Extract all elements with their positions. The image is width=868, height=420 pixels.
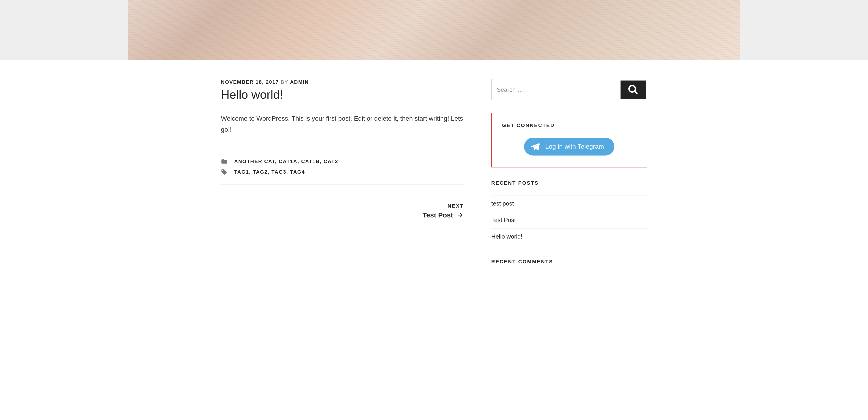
telegram-button-label: Log in with Telegram [545, 143, 604, 150]
telegram-login-button[interactable]: Log in with Telegram [524, 138, 614, 156]
post-meta: NOVEMBER 18, 2017 BY ADMIN [221, 79, 464, 85]
tag-link[interactable]: TAG3 [272, 169, 286, 175]
list-item: Hello world! [491, 228, 647, 245]
recent-comments-title: RECENT COMMENTS [491, 259, 647, 265]
tag-link[interactable]: TAG4 [290, 169, 305, 175]
svg-line-1 [634, 91, 637, 94]
post-footer: ANOTHER CAT, CAT1A, CAT1B, CAT2 TAG1, TA… [221, 149, 464, 185]
main-content: NOVEMBER 18, 2017 BY ADMIN Hello world! … [221, 79, 464, 278]
recent-posts-title: RECENT POSTS [491, 180, 647, 186]
header-image [128, 0, 740, 60]
telegram-icon [530, 142, 540, 151]
tag-link[interactable]: TAG1 [234, 169, 249, 175]
list-item: Test Post [491, 212, 647, 228]
recent-post-link[interactable]: test post [491, 200, 514, 207]
arrow-right-icon [457, 212, 464, 219]
recent-comments-widget: RECENT COMMENTS [491, 259, 647, 265]
tag-link[interactable]: TAG2 [253, 169, 268, 175]
search-icon [628, 84, 639, 95]
recent-post-link[interactable]: Test Post [491, 217, 516, 223]
category-link[interactable]: CAT1B [301, 159, 320, 164]
by-label: BY [281, 79, 288, 85]
get-connected-title: GET CONNECTED [502, 122, 636, 129]
tag-icon [221, 169, 227, 175]
tag-links: TAG1, TAG2, TAG3, TAG4 [234, 169, 305, 175]
category-link[interactable]: ANOTHER CAT [234, 159, 275, 164]
sidebar: GET CONNECTED Log in with Telegram RECEN… [491, 79, 647, 278]
search-button[interactable] [621, 81, 646, 99]
post-body: Welcome to WordPress. This is your first… [221, 113, 464, 135]
search-form [491, 79, 647, 100]
recent-post-link[interactable]: Hello world! [491, 233, 522, 240]
next-label: NEXT [221, 203, 464, 209]
search-input[interactable] [493, 81, 621, 99]
next-post-link[interactable]: Test Post [423, 211, 453, 219]
list-item: test post [491, 195, 647, 212]
recent-posts-list: test post Test Post Hello world! [491, 195, 647, 245]
post-date-link[interactable]: NOVEMBER 18, 2017 [221, 79, 279, 85]
svg-point-0 [629, 86, 636, 92]
get-connected-widget: GET CONNECTED Log in with Telegram [491, 113, 647, 167]
post-title: Hello world! [221, 87, 464, 102]
post-author-link[interactable]: ADMIN [290, 79, 309, 85]
folder-icon [221, 158, 227, 165]
post-navigation: NEXT Test Post [221, 203, 464, 219]
category-link[interactable]: CAT1A [279, 159, 298, 164]
recent-posts-widget: RECENT POSTS test post Test Post Hello w… [491, 180, 647, 245]
category-link[interactable]: CAT2 [323, 159, 338, 164]
category-links: ANOTHER CAT, CAT1A, CAT1B, CAT2 [234, 159, 338, 165]
